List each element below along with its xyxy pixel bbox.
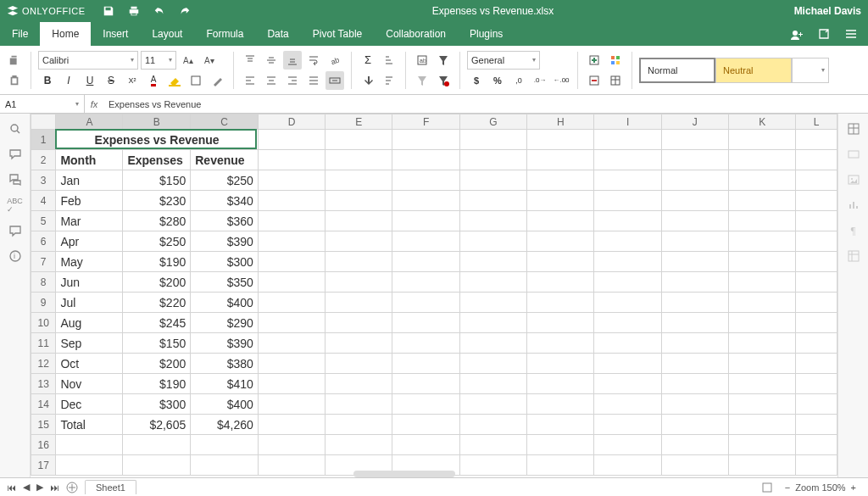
zoom-out-icon[interactable]: − — [785, 482, 790, 493]
cell-H2[interactable] — [527, 150, 594, 170]
cell-I12[interactable] — [594, 354, 661, 374]
cell-J15[interactable] — [661, 415, 728, 435]
about-icon[interactable]: i — [8, 249, 22, 263]
cell-C5[interactable]: $360 — [191, 211, 259, 231]
cell-C14[interactable]: $400 — [191, 394, 259, 415]
row-header-11[interactable]: 11 — [31, 333, 56, 354]
cell-K7[interactable] — [729, 252, 796, 272]
cell-E8[interactable] — [326, 272, 392, 293]
cell-C16[interactable] — [191, 435, 259, 455]
formula-input[interactable]: Expenses vs Revenue — [103, 99, 868, 109]
cell-J6[interactable] — [661, 231, 728, 252]
cell-D5[interactable] — [258, 211, 325, 231]
cell-G5[interactable] — [459, 211, 526, 231]
remove-dup-icon[interactable] — [434, 71, 453, 90]
open-location-icon[interactable] — [817, 27, 831, 41]
sheet-last-icon[interactable]: ⏭ — [50, 482, 59, 493]
insert-cells-icon[interactable] — [585, 51, 604, 70]
cell-C6[interactable]: $390 — [191, 231, 259, 252]
cell-G13[interactable] — [459, 374, 526, 394]
col-header-J[interactable]: J — [661, 114, 728, 130]
col-header-L[interactable]: L — [796, 114, 837, 130]
cell-I2[interactable] — [594, 150, 661, 170]
col-header-D[interactable]: D — [258, 114, 325, 130]
cell-A5[interactable]: Mar — [56, 211, 123, 231]
tab-data[interactable]: Data — [255, 22, 300, 46]
cell-F6[interactable] — [392, 231, 459, 252]
cell-D4[interactable] — [258, 191, 325, 211]
cell-A12[interactable]: Oct — [56, 354, 123, 374]
cell-A2[interactable]: Month — [56, 150, 123, 170]
spellcheck-icon[interactable]: ABC✓ — [8, 198, 22, 212]
dec-increase-icon[interactable]: ←.00 — [552, 71, 570, 90]
align-bottom-icon[interactable] — [283, 51, 302, 70]
align-left-icon[interactable] — [241, 71, 259, 90]
font-name-select[interactable]: Calibri▾ — [38, 51, 138, 70]
cell-A16[interactable] — [56, 435, 123, 455]
sheet-tab[interactable]: Sheet1 — [85, 480, 136, 494]
cell-I16[interactable] — [594, 435, 661, 455]
cell-A8[interactable]: Jun — [56, 272, 123, 293]
cell-B3[interactable]: $150 — [123, 170, 191, 191]
cell-H11[interactable] — [527, 333, 594, 354]
number-format-select[interactable]: General▾ — [467, 51, 540, 70]
cell-I7[interactable] — [594, 252, 661, 272]
cell-C12[interactable]: $380 — [191, 354, 259, 374]
col-header-B[interactable]: B — [123, 114, 191, 130]
cell-G15[interactable] — [459, 415, 526, 435]
cell-B12[interactable]: $200 — [123, 354, 191, 374]
cell-J12[interactable] — [661, 354, 728, 374]
cell-H5[interactable] — [527, 211, 594, 231]
orientation-icon[interactable]: ab — [326, 51, 344, 70]
cell-F4[interactable] — [392, 191, 459, 211]
cell-K10[interactable] — [729, 313, 796, 333]
cell-D9[interactable] — [258, 293, 325, 313]
inc-font-icon[interactable]: A▴ — [179, 51, 198, 70]
tab-layout[interactable]: Layout — [140, 22, 194, 46]
cell-A17[interactable] — [56, 455, 123, 476]
cell-J8[interactable] — [661, 272, 728, 293]
cell-B4[interactable]: $230 — [123, 191, 191, 211]
cell-H1[interactable] — [527, 130, 594, 150]
cell-L12[interactable] — [796, 354, 837, 374]
cell-D13[interactable] — [258, 374, 325, 394]
add-user-icon[interactable] — [790, 27, 804, 41]
cell-J1[interactable] — [661, 130, 728, 150]
cell-K4[interactable] — [729, 191, 796, 211]
cell-I14[interactable] — [594, 394, 661, 415]
row-header-14[interactable]: 14 — [31, 394, 56, 415]
cell-H16[interactable] — [527, 435, 594, 455]
cell-F9[interactable] — [392, 293, 459, 313]
underline-icon[interactable]: U — [81, 71, 99, 90]
cell-B11[interactable]: $150 — [123, 333, 191, 354]
comments-icon[interactable] — [8, 148, 22, 161]
cell-G17[interactable] — [459, 455, 526, 476]
cell-L1[interactable] — [796, 130, 837, 150]
cell-D3[interactable] — [258, 170, 325, 191]
cell-G11[interactable] — [459, 333, 526, 354]
sheet-prev-icon[interactable]: ◀ — [23, 482, 30, 493]
tab-formula[interactable]: Formula — [194, 22, 255, 46]
save-icon[interactable] — [102, 4, 115, 18]
cell-C10[interactable]: $290 — [191, 313, 259, 333]
cell-B6[interactable]: $250 — [123, 231, 191, 252]
cell-K16[interactable] — [729, 435, 796, 455]
row-header-4[interactable]: 4 — [31, 191, 56, 211]
row-header-12[interactable]: 12 — [31, 354, 56, 374]
cell-D1[interactable] — [258, 130, 325, 150]
cell-K2[interactable] — [729, 150, 796, 170]
cell-L14[interactable] — [796, 394, 837, 415]
cell-I11[interactable] — [594, 333, 661, 354]
sort-desc-icon[interactable] — [380, 71, 398, 90]
cell-C11[interactable]: $390 — [191, 333, 259, 354]
cell-L15[interactable] — [796, 415, 837, 435]
align-middle-icon[interactable] — [262, 51, 281, 70]
cell-I4[interactable] — [594, 191, 661, 211]
cell-L13[interactable] — [796, 374, 837, 394]
cell-C3[interactable]: $250 — [191, 170, 259, 191]
cell-L6[interactable] — [796, 231, 837, 252]
cell-D8[interactable] — [258, 272, 325, 293]
tab-home[interactable]: Home — [40, 22, 91, 46]
named-range-icon[interactable]: ab — [413, 51, 431, 70]
feedback-icon[interactable] — [8, 224, 22, 237]
